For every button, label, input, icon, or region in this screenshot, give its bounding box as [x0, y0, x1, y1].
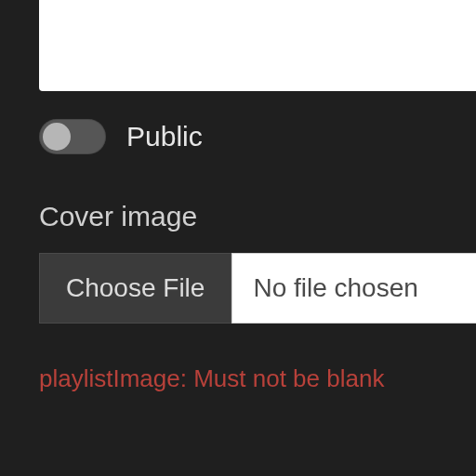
public-toggle-label: Public — [126, 121, 203, 152]
cover-image-label: Cover image — [39, 201, 197, 232]
file-input-row: Choose File No file chosen — [39, 253, 476, 324]
public-toggle-row: Public — [39, 119, 203, 154]
toggle-knob — [43, 123, 71, 151]
validation-error: playlistImage: Must not be blank — [39, 364, 384, 393]
choose-file-button[interactable]: Choose File — [39, 253, 231, 324]
public-toggle[interactable] — [39, 119, 106, 154]
file-status: No file chosen — [231, 253, 476, 324]
description-textarea[interactable] — [39, 0, 476, 91]
